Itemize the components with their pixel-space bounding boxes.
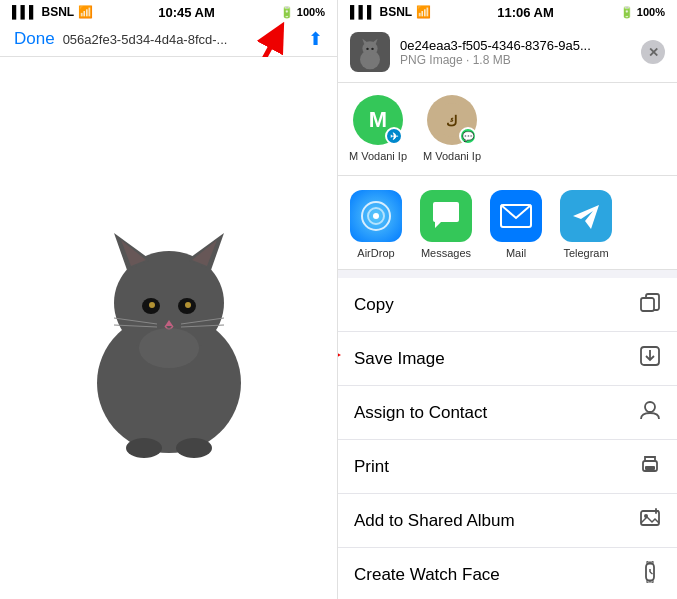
share-file-details: 0e24eaa3-f505-4346-8376-9a5... PNG Image…: [400, 38, 631, 67]
contact-badge-1: 💬: [459, 127, 477, 145]
airdrop-label: AirDrop: [357, 247, 394, 259]
contact-item-1[interactable]: ك 💬 M Vodani Ip: [422, 95, 482, 163]
action-shared-album-label: Add to Shared Album: [354, 511, 515, 531]
left-time: 10:45 AM: [158, 5, 215, 20]
signal-icon: ▌▌▌: [12, 5, 38, 19]
mail-icon: [490, 190, 542, 242]
action-print-label: Print: [354, 457, 389, 477]
contact-name-0: M Vodani Ip: [349, 150, 407, 163]
svg-point-11: [185, 302, 191, 308]
save-image-icon: [639, 345, 661, 372]
right-status-bar: ▌▌▌ BSNL 📶 11:06 AM 🔋 100%: [338, 0, 677, 22]
action-watch-face-label: Create Watch Face: [354, 565, 500, 585]
contact-name-1: M Vodani Ip: [423, 150, 481, 163]
svg-point-30: [373, 213, 379, 219]
action-shared-album[interactable]: Add to Shared Album: [338, 494, 677, 548]
file-title-left: 056a2fe3-5d34-4d4a-8fcd-...: [63, 32, 300, 47]
share-header: 0e24eaa3-f505-4346-8376-9a5... PNG Image…: [338, 22, 677, 83]
contact-avatar-1: ك 💬: [427, 95, 477, 145]
shared-album-icon: [639, 507, 661, 534]
share-file-meta: PNG Image · 1.8 MB: [400, 53, 631, 67]
svg-point-18: [176, 438, 212, 458]
svg-point-24: [366, 48, 368, 50]
action-copy[interactable]: Copy: [338, 278, 677, 332]
battery-pct-right: 100%: [637, 6, 665, 18]
svg-point-25: [371, 48, 373, 50]
action-assign-contact[interactable]: Assign to Contact: [338, 386, 677, 440]
done-button[interactable]: Done: [14, 29, 55, 49]
mail-label: Mail: [506, 247, 526, 259]
wifi-icon-right: 📶: [416, 5, 431, 19]
right-battery: 🔋 100%: [620, 6, 665, 19]
svg-point-10: [149, 302, 155, 308]
wifi-icon: 📶: [78, 5, 93, 19]
signal-icon-right: ▌▌▌: [350, 5, 376, 19]
svg-point-17: [126, 438, 162, 458]
svg-rect-33: [641, 298, 654, 311]
messages-icon: [420, 190, 472, 242]
watch-face-icon: [639, 561, 661, 588]
share-close-button[interactable]: ✕: [641, 40, 665, 64]
carrier-name-right: BSNL: [380, 5, 413, 19]
action-watch-face[interactable]: Create Watch Face: [338, 548, 677, 599]
messages-label: Messages: [421, 247, 471, 259]
battery-pct: 100%: [297, 6, 325, 18]
telegram-label: Telegram: [563, 247, 608, 259]
action-copy-label: Copy: [354, 295, 394, 315]
copy-icon: [639, 291, 661, 318]
app-item-telegram[interactable]: Telegram: [558, 190, 614, 259]
contacts-row: M ✈ M Vodani Ip ك 💬 M Vodani Ip: [338, 83, 677, 176]
arrow-annotation-right: [338, 340, 348, 374]
action-save-image-label: Save Image: [354, 349, 445, 369]
svg-text:ك: ك: [446, 114, 458, 129]
action-assign-contact-label: Assign to Contact: [354, 403, 487, 423]
apps-row: AirDrop Messages Mail: [338, 176, 677, 270]
airdrop-icon: [350, 190, 402, 242]
battery-icon-right: 🔋: [620, 6, 634, 19]
action-list: Copy Save Image: [338, 270, 677, 599]
contact-avatar-0: M ✈: [353, 95, 403, 145]
app-item-mail[interactable]: Mail: [488, 190, 544, 259]
right-panel: ▌▌▌ BSNL 📶 11:06 AM 🔋 100% 0e24eaa3-f505…: [338, 0, 677, 599]
telegram-icon: [560, 190, 612, 242]
cat-image: [69, 198, 269, 458]
svg-point-38: [645, 402, 655, 412]
battery-icon: 🔋: [280, 6, 294, 19]
left-panel: ▌▌▌ BSNL 📶 10:45 AM 🔋 100% Done 056a2fe3…: [0, 0, 338, 599]
left-status-bar: ▌▌▌ BSNL 📶 10:45 AM 🔋 100%: [0, 0, 337, 22]
left-carrier: ▌▌▌ BSNL 📶: [12, 5, 93, 19]
left-nav-bar: Done 056a2fe3-5d34-4d4a-8fcd-... ⬆: [0, 22, 337, 57]
app-item-airdrop[interactable]: AirDrop: [348, 190, 404, 259]
app-item-messages[interactable]: Messages: [418, 190, 474, 259]
right-time: 11:06 AM: [497, 5, 554, 20]
svg-line-45: [650, 572, 653, 574]
cat-image-area: [0, 57, 337, 599]
right-carrier: ▌▌▌ BSNL 📶: [350, 5, 431, 19]
assign-contact-icon: [639, 399, 661, 426]
share-button-left[interactable]: ⬆: [308, 28, 323, 50]
contact-badge-0: ✈: [385, 127, 403, 145]
action-save-image[interactable]: Save Image: [338, 332, 677, 386]
print-icon: [639, 453, 661, 480]
carrier-name: BSNL: [42, 5, 75, 19]
share-file-name: 0e24eaa3-f505-4346-8376-9a5...: [400, 38, 631, 53]
share-file-icon: [350, 32, 390, 72]
contact-item[interactable]: M ✈ M Vodani Ip: [348, 95, 408, 163]
action-print[interactable]: Print: [338, 440, 677, 494]
svg-point-19: [139, 328, 199, 368]
left-battery: 🔋 100%: [280, 6, 325, 19]
svg-rect-40: [645, 466, 655, 470]
